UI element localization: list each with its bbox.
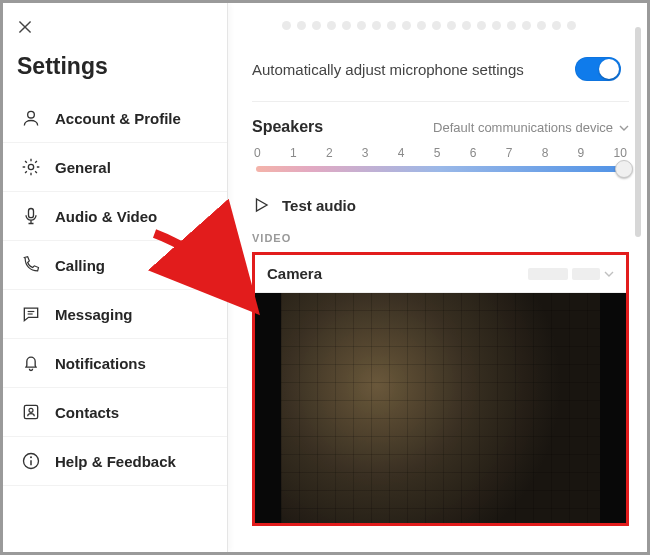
speakers-device-dropdown[interactable]: Default communications device bbox=[433, 120, 629, 135]
person-icon bbox=[21, 108, 41, 128]
sidebar-item-label: Calling bbox=[55, 257, 105, 274]
chevron-down-icon bbox=[604, 269, 614, 279]
sidebar-item-label: General bbox=[55, 159, 111, 176]
sidebar-item-label: Notifications bbox=[55, 355, 146, 372]
test-audio-label: Test audio bbox=[282, 197, 356, 214]
toggle-knob bbox=[599, 59, 619, 79]
chat-icon bbox=[21, 304, 41, 324]
svg-rect-4 bbox=[29, 209, 34, 218]
gear-icon bbox=[21, 157, 41, 177]
bell-icon bbox=[21, 353, 41, 373]
camera-device-placeholder bbox=[572, 268, 600, 280]
slider-thumb[interactable] bbox=[615, 160, 633, 178]
sidebar-item-label: Help & Feedback bbox=[55, 453, 176, 470]
sidebar-item-help-feedback[interactable]: Help & Feedback bbox=[3, 437, 227, 486]
play-icon bbox=[252, 196, 270, 214]
sidebar-item-label: Messaging bbox=[55, 306, 133, 323]
sidebar-item-messaging[interactable]: Messaging bbox=[3, 290, 227, 339]
mic-level-dots bbox=[282, 21, 629, 35]
sidebar-item-calling[interactable]: Calling bbox=[3, 241, 227, 290]
content-scrollbar[interactable] bbox=[635, 27, 641, 237]
close-button[interactable] bbox=[17, 19, 37, 39]
settings-content: Automatically adjust microphone settings… bbox=[228, 3, 647, 552]
auto-adjust-mic-toggle[interactable] bbox=[575, 57, 621, 81]
svg-point-2 bbox=[28, 111, 35, 118]
chevron-down-icon bbox=[619, 123, 629, 133]
svg-point-3 bbox=[28, 164, 33, 169]
auto-adjust-mic-label: Automatically adjust microphone settings bbox=[252, 61, 524, 78]
sidebar-item-contacts[interactable]: Contacts bbox=[3, 388, 227, 437]
camera-header: Camera bbox=[255, 255, 626, 293]
speakers-volume-slider[interactable]: 01 23 45 67 89 10 bbox=[252, 146, 629, 172]
test-audio-button[interactable]: Test audio bbox=[252, 196, 629, 214]
camera-preview bbox=[255, 293, 626, 523]
svg-point-8 bbox=[29, 408, 33, 412]
sidebar-item-notifications[interactable]: Notifications bbox=[3, 339, 227, 388]
sidebar-item-label: Account & Profile bbox=[55, 110, 181, 127]
video-section-label: VIDEO bbox=[252, 232, 629, 244]
svg-point-11 bbox=[30, 456, 32, 458]
sidebar-item-label: Contacts bbox=[55, 404, 119, 421]
phone-icon bbox=[21, 255, 41, 275]
settings-title: Settings bbox=[17, 53, 213, 80]
auto-adjust-mic-row: Automatically adjust microphone settings bbox=[252, 41, 629, 102]
slider-track[interactable] bbox=[256, 166, 625, 172]
preview-letterbox-left bbox=[255, 293, 281, 523]
settings-sidebar: Settings Account & Profile General Audio… bbox=[3, 3, 228, 552]
sidebar-item-label: Audio & Video bbox=[55, 208, 157, 225]
camera-device-dropdown[interactable] bbox=[528, 268, 614, 280]
speakers-label: Speakers bbox=[252, 118, 323, 136]
camera-label: Camera bbox=[267, 265, 322, 282]
speakers-header: Speakers Default communications device bbox=[252, 118, 629, 136]
mic-icon bbox=[21, 206, 41, 226]
slider-ticks: 01 23 45 67 89 10 bbox=[252, 146, 629, 160]
close-icon bbox=[17, 19, 33, 35]
camera-device-placeholder bbox=[528, 268, 568, 280]
sidebar-item-general[interactable]: General bbox=[3, 143, 227, 192]
settings-window: Settings Account & Profile General Audio… bbox=[0, 0, 650, 555]
preview-letterbox-right bbox=[600, 293, 626, 523]
speakers-device-value: Default communications device bbox=[433, 120, 613, 135]
info-icon bbox=[21, 451, 41, 471]
camera-section-highlight: Camera bbox=[252, 252, 629, 526]
preview-video-blurred bbox=[281, 293, 600, 523]
sidebar-item-audio-video[interactable]: Audio & Video bbox=[3, 192, 227, 241]
contacts-icon bbox=[21, 402, 41, 422]
sidebar-item-account-profile[interactable]: Account & Profile bbox=[3, 94, 227, 143]
